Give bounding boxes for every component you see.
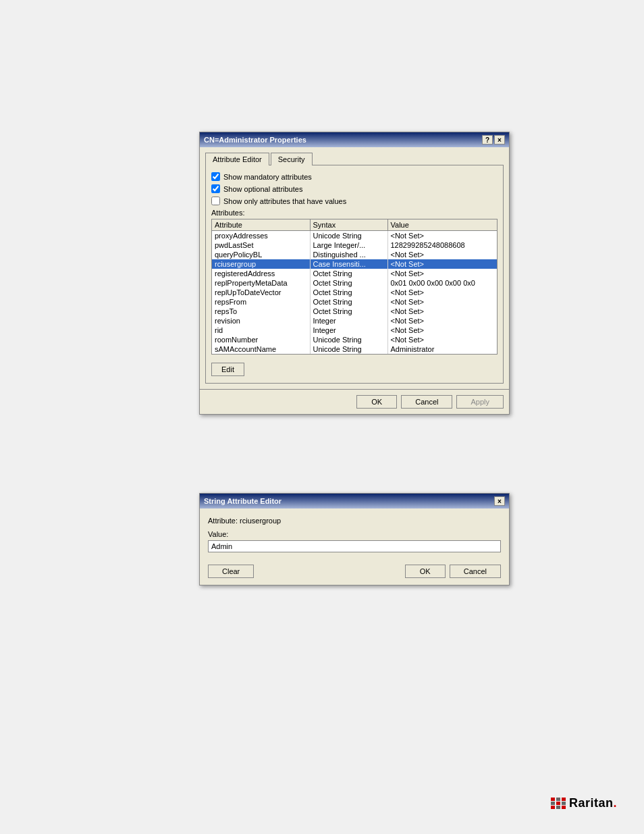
cn-dialog-title: CN=Administrator Properties [204,136,306,144]
table-cell-attribute: replUpToDateVector [212,288,310,297]
table-cell-value: 0x01 0x00 0x00 0x00 0x0 [387,278,497,288]
str-cancel-button[interactable]: Cancel [450,565,501,578]
table-cell-attribute: rciusergroup [212,259,310,269]
table-row[interactable]: replUpToDateVectorOctet String<Not Set> [212,288,497,297]
table-cell-syntax: Unicode String [310,335,387,344]
raritan-icon [551,798,566,809]
attributes-table-wrapper[interactable]: Attribute Syntax Value proxyAddressesUni… [212,219,497,354]
str-dialog-body: Attribute: rciusergroup Value: [200,509,509,559]
checkbox-mandatory-label: Show mandatory attributes [223,173,312,181]
bar-seg-4 [556,798,560,801]
str-footer-right: OK Cancel [405,565,501,578]
str-dialog-footer: Clear OK Cancel [200,559,509,585]
raritan-bar-3 [562,798,566,809]
cn-cancel-button[interactable]: Cancel [401,395,452,409]
cn-ok-button[interactable]: OK [356,395,397,409]
str-dialog-close-button[interactable]: × [494,496,505,506]
tab-attribute-editor[interactable]: Attribute Editor [205,153,269,165]
str-dialog-title: String Attribute Editor [204,497,281,505]
checkbox-mandatory-row: Show mandatory attributes [211,172,498,181]
col-value: Value [387,219,497,231]
bar-seg-6 [556,806,560,809]
table-row[interactable]: revisionInteger<Not Set> [212,316,497,325]
bar-seg-9 [562,806,566,809]
table-cell-syntax: Case Insensiti... [310,259,387,269]
attributes-table: Attribute Syntax Value proxyAddressesUni… [212,219,497,354]
table-cell-value: <Not Set> [387,231,497,241]
raritan-bar-2 [556,798,560,809]
checkbox-optional-row: Show optional attributes [211,184,498,193]
str-clear-button[interactable]: Clear [208,565,254,578]
attributes-table-container: Attribute Syntax Value proxyAddressesUni… [211,219,498,355]
table-row[interactable]: repsFromOctet String<Not Set> [212,297,497,307]
table-row[interactable]: registeredAddressOctet String<Not Set> [212,269,497,278]
table-cell-attribute: proxyAddresses [212,231,310,241]
cn-dialog-footer: OK Cancel Apply [200,389,509,414]
cn-dialog-titlebar: CN=Administrator Properties ? × [200,132,509,147]
cn-dialog-titlebar-buttons: ? × [482,135,505,145]
table-row[interactable]: repsToOctet String<Not Set> [212,307,497,316]
str-dialog-titlebar: String Attribute Editor × [200,494,509,509]
col-syntax: Syntax [310,219,387,231]
cn-dialog-help-button[interactable]: ? [482,135,493,145]
raritan-dot: . [613,796,617,810]
cn-apply-button[interactable]: Apply [456,395,504,409]
checkbox-values-only-label: Show only attributes that have values [223,197,346,205]
page-background: CN=Administrator Properties ? × Attribut… [0,0,644,834]
checkbox-values-only[interactable] [211,197,220,205]
table-cell-value: <Not Set> [387,250,497,259]
attributes-table-header-row: Attribute Syntax Value [212,219,497,231]
bar-seg-5 [556,802,560,805]
table-cell-attribute: queryPolicyBL [212,250,310,259]
edit-button[interactable]: Edit [211,363,244,376]
table-cell-attribute: revision [212,316,310,325]
table-row[interactable]: queryPolicyBLDistinguished ...<Not Set> [212,250,497,259]
table-cell-value: Administrator [387,344,497,354]
table-cell-value: <Not Set> [387,259,497,269]
table-row[interactable]: roomNumberUnicode String<Not Set> [212,335,497,344]
table-cell-syntax: Unicode String [310,344,387,354]
bar-seg-8 [562,802,566,805]
table-cell-syntax: Integer [310,316,387,325]
table-cell-syntax: Octet String [310,288,387,297]
table-cell-syntax: Octet String [310,278,387,288]
table-cell-syntax: Large Integer/... [310,240,387,250]
str-value-label: Value: [208,530,501,538]
checkbox-optional[interactable] [211,184,220,193]
table-cell-syntax: Unicode String [310,231,387,241]
cn-dialog-body: Attribute Editor Security Show mandatory… [200,147,509,389]
cn-administrator-dialog: CN=Administrator Properties ? × Attribut… [199,132,510,415]
table-row[interactable]: proxyAddressesUnicode String<Not Set> [212,231,497,241]
bar-seg-2 [551,802,555,805]
tab-security[interactable]: Security [271,153,313,165]
attributes-table-body: proxyAddressesUnicode String<Not Set>pwd… [212,231,497,355]
table-row[interactable]: pwdLastSetLarge Integer/...1282992852480… [212,240,497,250]
table-row[interactable]: ridInteger<Not Set> [212,325,497,335]
str-value-input[interactable] [208,540,501,552]
str-ok-button[interactable]: OK [405,565,446,578]
table-cell-attribute: rid [212,325,310,335]
str-dialog-titlebar-buttons: × [494,496,505,506]
table-cell-syntax: Octet String [310,269,387,278]
cn-tab-content: Show mandatory attributes Show optional … [205,165,504,384]
table-cell-attribute: repsFrom [212,297,310,307]
table-cell-attribute: roomNumber [212,335,310,344]
table-row[interactable]: replPropertyMetaDataOctet String0x01 0x0… [212,278,497,288]
checkbox-values-only-row: Show only attributes that have values [211,197,498,205]
table-row[interactable]: sAMAccountNameUnicode StringAdministrato… [212,344,497,354]
table-cell-value: <Not Set> [387,307,497,316]
table-row[interactable]: rciusergroupCase Insensiti...<Not Set> [212,259,497,269]
raritan-bar-1 [551,798,555,809]
bar-seg-3 [551,806,555,809]
bar-seg-7 [562,798,566,801]
table-cell-value: <Not Set> [387,325,497,335]
cn-dialog-close-button[interactable]: × [494,135,505,145]
col-attribute: Attribute [212,219,310,231]
table-cell-attribute: repsTo [212,307,310,316]
checkbox-mandatory[interactable] [211,172,220,181]
string-attribute-editor-dialog: String Attribute Editor × Attribute: rci… [199,493,510,585]
attributes-table-header: Attribute Syntax Value [212,219,497,231]
table-cell-value: 128299285248088608 [387,240,497,250]
raritan-text: Raritan. [569,796,617,810]
table-cell-attribute: replPropertyMetaData [212,278,310,288]
